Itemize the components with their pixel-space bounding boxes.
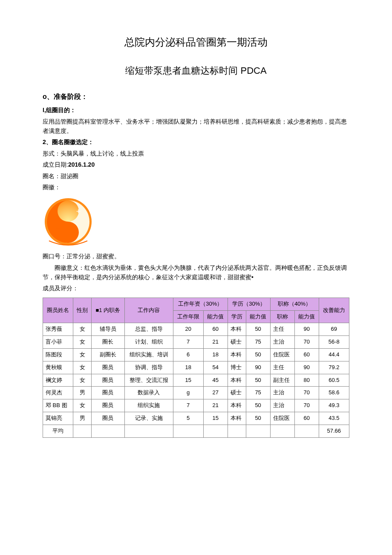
cell-years_val: 60 — [203, 323, 228, 336]
cell-title_val: 70 — [294, 336, 319, 349]
form-line: 形式：头脑风暴，线上讨论，线上投票 — [43, 149, 349, 158]
cell-edu_val: 75 — [246, 336, 270, 349]
cell-edu: 硕士 — [228, 336, 246, 349]
cell-edu: 本科 — [228, 323, 246, 336]
cell-ability: 56-8 — [319, 336, 349, 349]
cell-name: 襕文婷 — [43, 374, 73, 387]
cell-title_val: 60 — [294, 412, 319, 425]
cell-title_val: 70 — [294, 399, 319, 412]
cell-edu: 博士 — [228, 361, 246, 374]
cell-edu: 本科 — [228, 399, 246, 412]
cell-title: 住院医 — [270, 349, 294, 361]
avg-empty — [124, 425, 173, 437]
cell-work: 组织实施、培训 — [124, 349, 173, 361]
date-line: 成立日期:2016.1.20 — [43, 160, 349, 169]
cell-gender: 女 — [73, 323, 92, 336]
cell-title: 主治 — [270, 336, 294, 349]
cell-ability: 58.6 — [319, 387, 349, 399]
cell-ability: 49.3 — [319, 399, 349, 412]
cell-years_val: 45 — [203, 374, 228, 387]
th-ability: 改善能力 — [319, 298, 349, 323]
avg-empty — [173, 425, 203, 437]
cell-years_val: 27 — [203, 387, 228, 399]
cell-edu_val: 75 — [246, 387, 270, 399]
cell-edu_val: 50 — [246, 412, 270, 425]
circle-logo-icon: + − — [43, 196, 94, 247]
slogan: 圈口号：正常分泌，甜蜜蜜。 — [43, 251, 349, 261]
th-work: 工作内容 — [124, 298, 173, 323]
svg-text:+: + — [76, 207, 81, 216]
circle-logo-label: 圈徽： — [43, 182, 349, 192]
avg-label: 平均 — [43, 425, 73, 437]
cell-edu_val: 50 — [246, 399, 270, 412]
cell-years: 7 — [173, 399, 203, 412]
cell-edu_val: 50 — [246, 323, 270, 336]
cell-title_val: 90 — [294, 323, 319, 336]
cell-role: 副圈长 — [92, 349, 125, 361]
cell-years: 15 — [173, 374, 203, 387]
cell-title: 住院医 — [270, 412, 294, 425]
table-row-avg: 平均57.66 — [43, 425, 349, 437]
cell-edu_val: 90 — [246, 361, 270, 374]
cell-role: 圈员 — [92, 399, 125, 412]
table-row: 陈图段女副圈长组织实施、培训618本科50住院医6044.4 — [43, 349, 349, 361]
cell-edu: 本科 — [228, 412, 246, 425]
cell-title: 主治 — [270, 387, 294, 399]
th-title-group: 职称（40%） — [270, 298, 319, 310]
cell-title_val: 60 — [294, 349, 319, 361]
cell-title: 副主任 — [270, 374, 294, 387]
th-years-val: 能力值 — [203, 310, 228, 323]
table-row: 黄秋蟆女圈员协调、指导1854博士90主任9079.2 — [43, 361, 349, 374]
cell-years_val: 54 — [203, 361, 228, 374]
cell-gender: 女 — [73, 374, 92, 387]
table-row: 盲小菲女圈长计划、组织721硕士75主治7056-8 — [43, 336, 349, 349]
cell-work: 组织实施 — [124, 399, 173, 412]
avg-empty — [270, 425, 294, 437]
cell-edu: 本科 — [228, 374, 246, 387]
cell-role: 辅导员 — [92, 323, 125, 336]
date-label: 成立日期: — [43, 161, 68, 168]
cell-role: 圈长 — [92, 336, 125, 349]
table-row: 莫锦亮男圈员记录、实施515本科50住院医6043.5 — [43, 412, 349, 425]
th-role: ■1 内职务 — [92, 298, 125, 323]
cell-years: 5 — [173, 412, 203, 425]
cell-years: 6 — [173, 349, 203, 361]
th-edu-val: 能力值 — [246, 310, 270, 323]
cell-edu: 硕士 — [228, 387, 246, 399]
table-row: 何灵杰男圈员数据录入g27硕士75主治7058.6 — [43, 387, 349, 399]
cell-edu_val: 50 — [246, 349, 270, 361]
cell-years_val: 21 — [203, 399, 228, 412]
cell-work: 总监、指导 — [124, 323, 173, 336]
cell-gender: 女 — [73, 349, 92, 361]
table-row: 邓 BB 图女圈员组织实施721本科50主治7049.3 — [43, 399, 349, 412]
avg-empty — [294, 425, 319, 437]
members-table: 圈员姓名 性别 ■1 内职务 工作内容 工作年资（30%） 学历（30%） 职称… — [43, 298, 349, 438]
members-label: 成员及评分： — [43, 283, 349, 293]
cell-title: 主任 — [270, 361, 294, 374]
cell-ability: 69 — [319, 323, 349, 336]
th-gender: 性别 — [73, 298, 92, 323]
cell-gender: 女 — [73, 336, 92, 349]
cell-years_val: 21 — [203, 336, 228, 349]
avg-value: 57.66 — [319, 425, 349, 437]
cell-name: 邓 BB 图 — [43, 399, 73, 412]
cell-title_val: 90 — [294, 361, 319, 374]
section-prep-head: o、准备阶段： — [43, 91, 349, 102]
cell-name: 黄秋蟆 — [43, 361, 73, 374]
th-edu-group: 学历（30%） — [228, 298, 270, 310]
cell-ability: 79.2 — [319, 361, 349, 374]
cell-gender: 女 — [73, 399, 92, 412]
cell-gender: 男 — [73, 387, 92, 399]
cell-work: 计划、组织 — [124, 336, 173, 349]
cell-name: 张秀薇 — [43, 323, 73, 336]
cell-work: 协调、指导 — [124, 361, 173, 374]
cell-title: 主任 — [270, 323, 294, 336]
th-name: 圈员姓名 — [43, 298, 73, 323]
avg-empty — [73, 425, 92, 437]
cell-role: 圈员 — [92, 374, 125, 387]
th-years: 工作年限 — [173, 310, 203, 323]
th-edu: 学历 — [228, 310, 246, 323]
avg-empty — [246, 425, 270, 437]
svg-text:−: − — [56, 224, 61, 233]
cell-edu_val: 50 — [246, 374, 270, 387]
